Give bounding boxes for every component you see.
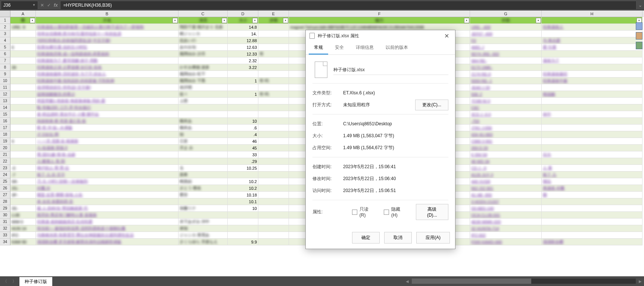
cell[interactable] [258,98,289,104]
cell[interactable] [542,64,643,71]
row-header[interactable]: 32 [0,225,10,232]
cell[interactable]: URE- -409 [470,24,542,31]
cell[interactable]: 江史 [178,138,228,145]
header-cell-E[interactable]: 步骑▾ [258,17,289,24]
cell[interactable] [542,219,643,225]
accept-icon[interactable]: ✓ [47,3,51,8]
filename-input[interactable]: 种子修订版.xlsx [333,65,448,75]
cell[interactable] [228,172,258,178]
header-cell-F[interactable]: 磁力▾ [289,17,470,24]
col-header-E[interactable]: E [258,10,289,17]
cell[interactable]: 桥 有 沖 知 - A 译版 [36,125,178,131]
advanced-button[interactable]: 高级(D)... [416,204,448,220]
cell[interactable] [542,104,643,111]
cell[interactable]: 佐々 [178,91,228,98]
tab-general[interactable]: 常规 [309,41,328,54]
cell[interactable]: 風間ゆみ 松下 [178,71,228,78]
cell[interactable]: 一 一天 无限 欢 精液射 [36,138,178,145]
tab-previous[interactable]: 以前的版本 [380,41,413,54]
filter-icon[interactable]: ▾ [252,18,258,23]
row-header[interactable]: 6 [0,51,10,57]
row-header[interactable]: 22 [0,158,10,165]
cell[interactable] [228,111,258,118]
cell[interactable]: 5093 RE- 1 [470,78,542,84]
horizontal-scrollbar[interactable] [412,279,636,284]
cell[interactable] [178,151,228,158]
cell[interactable]: 加藤リナ [178,205,228,212]
cell[interactable]: 46B1 J [470,44,542,51]
row-header[interactable]: 34 [0,239,10,245]
cell[interactable] [228,98,258,104]
cell[interactable]: 3P- [10,192,36,198]
filter-icon[interactable]: ▾ [222,18,227,23]
cell[interactable]: C880 3 891 [470,138,542,145]
cell[interactable]: 6 SNI 58 [470,151,542,158]
cell[interactable]: 崎ジェシカ [178,31,228,37]
cell[interactable] [258,131,289,138]
cell[interactable] [542,118,643,125]
cell[interactable]: 10 [228,205,258,212]
cell[interactable]: 日大 [542,151,643,158]
cell[interactable] [542,145,643,151]
cell[interactable]: 经典漫改最经 [542,71,643,78]
cell[interactable]: -755 [470,118,542,125]
cell[interactable]: さくらゆら 天使もえ [178,239,228,245]
cell[interactable] [258,192,289,198]
sheet-tab[interactable]: 种子修订版 [19,276,52,286]
header-cell-B[interactable]: 片名▾ [36,17,178,24]
cell[interactable]: 9 [10,138,36,145]
cell[interactable]: 12.88 [228,37,258,44]
cell[interactable] [10,98,36,104]
cell[interactable] [542,205,643,212]
cell[interactable]: 有 码 [258,91,289,98]
cell[interactable] [178,104,228,111]
cell[interactable]: URE- 9 [10,24,36,31]
scroll-right-icon[interactable]: ▶ [639,279,642,283]
cell[interactable]: 黑 国S1豪 情 吩 会超 [36,151,178,158]
cell[interactable]: 愛音 [178,192,228,198]
row-header[interactable]: 5 [0,44,10,51]
col-header-B[interactable]: B [36,10,178,17]
cell[interactable] [258,24,289,31]
cell[interactable] [542,51,643,57]
cell[interactable]: 真希 [178,172,228,178]
col-header-G[interactable]: G [470,10,542,17]
row-header[interactable]: 12 [0,91,10,98]
cell[interactable] [10,131,36,138]
tab-details[interactable]: 详细信息 [351,41,379,54]
row-header[interactable]: 25 [0,178,10,185]
select-all-corner[interactable] [0,10,10,17]
cell[interactable] [542,225,643,232]
tab-security[interactable]: 安全 [330,41,349,54]
cell[interactable] [10,57,36,64]
cell[interactable] [10,158,36,165]
cell[interactable] [258,57,289,64]
cell[interactable]: A126 JUY 3 [470,172,542,178]
row-header[interactable]: 17 [0,125,10,131]
filter-icon[interactable]: ▾ [283,18,288,23]
filter-icon[interactable]: ▾ [464,18,469,23]
cell[interactable]: 9D74 JRE- 002 [470,51,542,57]
cell[interactable] [228,219,258,225]
cell[interactable] [258,44,289,51]
cell[interactable] [542,31,643,37]
row-header[interactable]: 20 [0,145,10,151]
cell[interactable] [228,225,258,232]
row-header[interactable]: 18 [0,131,10,138]
cell[interactable] [542,198,643,205]
cell[interactable]: 562 ZIZ 001 [470,185,542,192]
cell[interactable]: 捡了 儿 [542,172,643,178]
cell[interactable]: 1 [228,78,258,84]
row-header[interactable]: 11 [0,84,10,91]
filter-icon[interactable]: ▾ [30,18,35,23]
cell[interactable]: 32 HUNTA-714 [470,225,542,232]
cell[interactable] [10,104,36,111]
col-header-A[interactable]: A [10,10,36,17]
cell[interactable]: 监狱战舰被洗 的美少 [36,91,178,98]
row-header[interactable]: 3 [0,31,10,37]
cell[interactable] [10,118,36,125]
col-header-C[interactable]: C [178,10,228,17]
row-header[interactable]: 14 [0,104,10,111]
cancel-icon[interactable]: ✕ [40,3,44,8]
row-header[interactable]: 29 [0,205,10,212]
